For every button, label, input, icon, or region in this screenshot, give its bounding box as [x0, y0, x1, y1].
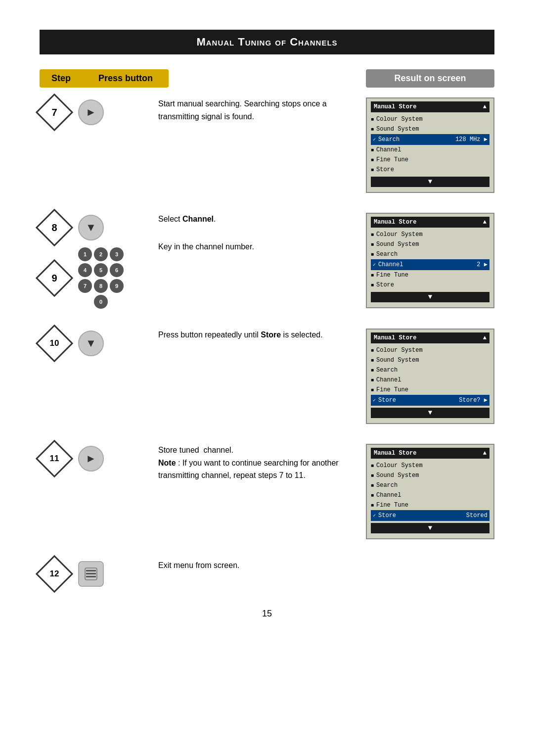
screen-10-row-4: ■Channel	[371, 375, 490, 385]
screen-7-title: Manual Store▲	[371, 101, 490, 112]
numpad-1[interactable]: 1	[78, 247, 92, 261]
step-12-left: 12	[40, 559, 148, 589]
screen-10-row-6: ✓StoreStore? ▶	[371, 395, 490, 406]
screen-89-title: Manual Store▲	[371, 217, 490, 228]
screen-10-row-5: ■Fine Tune	[371, 385, 490, 395]
step-7-diamond: 7	[40, 97, 69, 127]
screen-10-row-3: ■Search	[371, 365, 490, 375]
step-row-8-9: 8 ▼ 9 1 2 3 4 5 6 7 8 9 0 Select Chan	[40, 213, 494, 309]
step-10-screen: Manual Store▲ ■Colour System ■Sound Syst…	[366, 329, 494, 424]
screen-11-bottom: ▼	[371, 523, 490, 533]
screen-10-row-1: ■Colour System	[371, 345, 490, 355]
step-7-description: Start manual searching. Searching stops …	[148, 97, 366, 123]
step-9-row: 9 1 2 3 4 5 6 7 8 9 0	[40, 247, 148, 309]
header-result-label: Result on screen	[366, 69, 494, 88]
step-8-row: 8 ▼	[40, 213, 148, 242]
numpad-4[interactable]: 4	[78, 263, 92, 277]
numpad-5[interactable]: 5	[94, 263, 108, 277]
header-row: Step Press button Result on screen	[40, 69, 494, 88]
step-11-left: 11 ►	[40, 444, 148, 473]
menu-button-12[interactable]	[78, 561, 104, 587]
screen-89-row-5: ■Fine Tune	[371, 270, 490, 280]
numpad-8[interactable]: 8	[94, 279, 108, 293]
step-8-9-left: 8 ▼ 9 1 2 3 4 5 6 7 8 9 0	[40, 213, 148, 309]
step-9-diamond: 9	[40, 263, 69, 293]
page-number: 15	[40, 609, 494, 619]
screen-89-row-6: ■Store	[371, 280, 490, 290]
step-8-diamond: 8	[40, 213, 69, 242]
screen-11-row-1: ■Colour System	[371, 461, 490, 471]
screen-10-title: Manual Store▲	[371, 332, 490, 343]
svg-rect-1	[86, 573, 96, 574]
screen-89-row-2: ■Sound System	[371, 239, 490, 249]
header-step-label: Step	[40, 69, 83, 88]
step-row-7: 7 ► Start manual searching. Searching st…	[40, 97, 494, 193]
down-arrow-button-8[interactable]: ▼	[78, 215, 104, 240]
screen-7-row-6: ■Store	[371, 165, 490, 175]
step-11-description: Store tuned channel. Note : If you want …	[148, 444, 366, 482]
step-12-diamond: 12	[40, 559, 69, 589]
screen-11-row-2: ■Sound System	[371, 471, 490, 480]
screen-89-row-3: ■Search	[371, 249, 490, 259]
screen-7-row-4: ■Channel	[371, 145, 490, 155]
step-7-screen: Manual Store▲ ■Colour System ■Sound Syst…	[366, 97, 494, 193]
step-row-11: 11 ► Store tuned channel. Note : If you …	[40, 444, 494, 539]
numpad-2[interactable]: 2	[94, 247, 108, 261]
step-8-9-screen: Manual Store▲ ■Colour System ■Sound Syst…	[366, 213, 494, 308]
screen-7-row-2: ■Sound System	[371, 124, 490, 134]
step-10-diamond: 10	[40, 329, 69, 358]
screen-10-bottom: ▼	[371, 408, 490, 418]
right-arrow-button-7[interactable]: ►	[78, 99, 104, 125]
step-12-description: Exit menu from screen.	[148, 559, 366, 572]
step-10-left: 10 ▼	[40, 329, 148, 358]
step-8-9-description: Select Channel. Key in the channel numbe…	[148, 213, 366, 253]
screen-11-row-4: ■Channel	[371, 490, 490, 500]
screen-89-row-1: ■Colour System	[371, 230, 490, 239]
screen-7-row-1: ■Colour System	[371, 114, 490, 124]
step-7-left: 7 ►	[40, 97, 148, 127]
screen-7-row-3: ✓Search128 MHz ▶	[371, 134, 490, 145]
step-10-description: Press button repeatedly until Store is s…	[148, 329, 366, 341]
screen-11-title: Manual Store▲	[371, 448, 490, 459]
numpad-6[interactable]: 6	[110, 263, 124, 277]
right-arrow-button-11[interactable]: ►	[78, 446, 104, 472]
step-row-10: 10 ▼ Press button repeatedly until Store…	[40, 329, 494, 424]
screen-11-row-3: ■Search	[371, 480, 490, 490]
menu-icon	[84, 567, 98, 581]
numpad-9[interactable]: 9	[110, 279, 124, 293]
screen-11-row-5: ■Fine Tune	[371, 500, 490, 510]
numpad-0[interactable]: 0	[94, 295, 108, 309]
step-11-screen: Manual Store▲ ■Colour System ■Sound Syst…	[366, 444, 494, 539]
screen-7-row-5: ■Fine Tune	[371, 155, 490, 165]
screen-89-bottom: ▼	[371, 292, 490, 302]
svg-rect-0	[86, 570, 96, 571]
page-title: Manual Tuning of Channels	[40, 30, 494, 54]
numpad-button-9[interactable]: 1 2 3 4 5 6 7 8 9 0	[78, 247, 124, 309]
screen-89-row-4: ✓Channel2 ▶	[371, 259, 490, 270]
screen-7-bottom: ▼	[371, 177, 490, 187]
screen-11-row-6: ✓StoreStored	[371, 510, 490, 521]
step-11-diamond: 11	[40, 444, 69, 473]
numpad-7[interactable]: 7	[78, 279, 92, 293]
svg-rect-2	[86, 576, 96, 577]
screen-10-row-2: ■Sound System	[371, 355, 490, 365]
numpad-3[interactable]: 3	[110, 247, 124, 261]
step-row-12: 12 Exit menu from screen.	[40, 559, 494, 589]
header-press-label: Press button	[83, 69, 169, 88]
down-arrow-button-10[interactable]: ▼	[78, 331, 104, 356]
